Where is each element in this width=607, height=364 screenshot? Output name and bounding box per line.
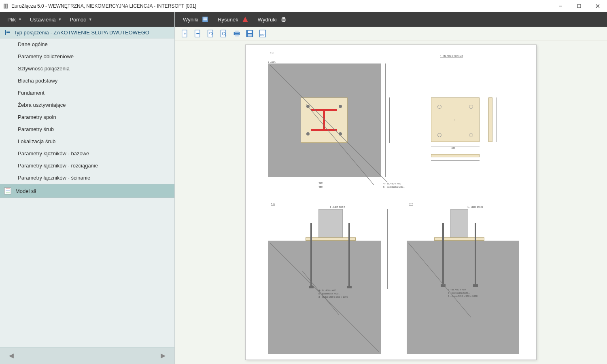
connection-type-icon bbox=[4, 29, 11, 36]
callout-text: 4 - BL 480 x 460 bbox=[448, 288, 466, 291]
sidebar-section-model-sil[interactable]: Model sił bbox=[0, 184, 174, 198]
callout-text: 5 - podkładka M30... bbox=[318, 292, 340, 295]
menu-rysunek[interactable]: Rysunek bbox=[215, 14, 251, 25]
anchor-nut bbox=[347, 286, 352, 288]
anchor-hole bbox=[339, 105, 342, 108]
sidebar-item-laczniki-rozciaganie[interactable]: Parametry łączników - rozciąganie bbox=[0, 160, 174, 172]
column-elevation-xx bbox=[318, 209, 343, 239]
column-elevation-yy bbox=[450, 209, 468, 239]
tb-page-refresh[interactable] bbox=[206, 29, 215, 38]
wydruki-icon bbox=[280, 16, 287, 23]
menu-ustawienia[interactable]: Ustawienia▼ bbox=[27, 15, 65, 24]
menu-plik[interactable]: Plik▼ bbox=[4, 15, 25, 24]
menu-wydruki[interactable]: Wydruki bbox=[255, 14, 290, 25]
dim-line bbox=[268, 181, 381, 181]
callout-text: 5 - podkładka M30... bbox=[383, 186, 405, 188]
svg-rect-32 bbox=[248, 30, 252, 33]
view-label-plate: 4 - BL 480 x 460 x 28 bbox=[440, 55, 463, 57]
svg-rect-7 bbox=[5, 30, 6, 35]
menu-wydruki-label: Wydruki bbox=[258, 17, 277, 23]
svg-rect-15 bbox=[204, 19, 207, 20]
dim-line bbox=[431, 160, 480, 161]
callout-text: 4 - BL 480 x 460 bbox=[318, 289, 336, 292]
anchor-nut bbox=[473, 284, 478, 287]
menu-plik-label: Plik bbox=[7, 17, 16, 23]
svg-rect-30 bbox=[235, 34, 239, 36]
drawing-canvas[interactable]: Z-Z 2 -M30 bbox=[175, 40, 607, 364]
svg-rect-1 bbox=[4, 4, 5, 8]
anchor-ring bbox=[469, 105, 473, 109]
view-label-xx: X-X bbox=[271, 203, 275, 205]
sidebar-item-parametry-spoin[interactable]: Parametry spoin bbox=[0, 111, 174, 123]
dim-text: 480 bbox=[318, 186, 323, 188]
menu-rysunek-label: Rysunek bbox=[218, 17, 238, 23]
foundation-elevation-yy bbox=[407, 241, 519, 354]
svg-marker-16 bbox=[242, 17, 248, 22]
anchor-ring bbox=[469, 133, 473, 137]
window-controls bbox=[551, 0, 607, 12]
caret-icon: ▼ bbox=[18, 17, 22, 21]
menu-pomoc[interactable]: Pomoc▼ bbox=[66, 15, 95, 24]
column-flange-bot bbox=[311, 129, 337, 131]
dim-line bbox=[387, 209, 388, 241]
drawing-toolbar: + DXF bbox=[175, 27, 607, 40]
sidebar-section-label: Model sił bbox=[15, 188, 36, 194]
dim-line bbox=[301, 185, 348, 185]
minimize-button[interactable] bbox=[551, 0, 570, 12]
dim-text: 460 bbox=[318, 182, 323, 184]
svg-rect-18 bbox=[282, 17, 285, 19]
anchor-rod bbox=[348, 223, 350, 288]
svg-rect-14 bbox=[204, 18, 207, 19]
menu-ustawienia-label: Ustawienia bbox=[30, 17, 56, 23]
sidebar-item-laczniki-bazowe[interactable]: Parametry łączników - bazowe bbox=[0, 148, 174, 160]
tb-new-page[interactable]: + bbox=[180, 29, 189, 38]
tb-page-zoom[interactable] bbox=[219, 29, 228, 38]
svg-rect-33 bbox=[248, 34, 252, 36]
svg-rect-2 bbox=[6, 4, 7, 8]
sidebar-item-zebra[interactable]: Żebra usztywniające bbox=[0, 99, 174, 111]
anchor-rod bbox=[475, 223, 476, 286]
sidebar-item-dane-ogolne[interactable]: Dane ogólne bbox=[0, 38, 174, 51]
sidebar-item-blacha-podstawy[interactable]: Blacha podstawy bbox=[0, 75, 174, 87]
caret-icon: ▼ bbox=[58, 17, 62, 21]
svg-text:+: + bbox=[183, 31, 186, 36]
sidebar-item-parametry-srub[interactable]: Parametry śrub bbox=[0, 123, 174, 135]
plate-side-strip bbox=[488, 97, 492, 142]
dim-line bbox=[389, 97, 390, 143]
app-icon bbox=[2, 3, 9, 9]
right-panel: Wyniki Rysunek Wydruki + DXF bbox=[175, 12, 607, 364]
callout-text: 3 - śruba M30 x 350 x 1000 bbox=[448, 295, 478, 297]
tb-dxf[interactable]: DXF bbox=[258, 29, 267, 38]
menu-wyniki[interactable]: Wyniki bbox=[180, 14, 211, 25]
drawing-sheet: Z-Z 2 -M30 bbox=[245, 44, 537, 360]
svg-rect-8 bbox=[6, 32, 10, 33]
callout-col: 1 - HEB 300 B bbox=[467, 206, 483, 208]
anchor-rod bbox=[442, 223, 444, 286]
left-panel: Plik▼ Ustawienia▼ Pomoc▼ Typ połączenia … bbox=[0, 12, 175, 364]
close-button[interactable] bbox=[588, 0, 607, 12]
sidebar-item-fundament[interactable]: Fundament bbox=[0, 87, 174, 99]
sidebar-item-laczniki-scinanie[interactable]: Parametry łączników - ścinanie bbox=[0, 172, 174, 184]
nav-footer: ◄ ► bbox=[0, 347, 174, 364]
tb-save[interactable] bbox=[245, 29, 254, 38]
right-menubar: Wyniki Rysunek Wydruki bbox=[175, 12, 607, 27]
rysunek-icon bbox=[242, 16, 249, 23]
callout-text: 4 - BL 480 x 460 bbox=[383, 182, 401, 185]
svg-text:DXF: DXF bbox=[260, 33, 265, 36]
maximize-button[interactable] bbox=[570, 0, 588, 12]
nav-prev-button[interactable]: ◄ bbox=[7, 351, 15, 360]
sidebar-item-sztywnosc[interactable]: Sztywność połączenia bbox=[0, 63, 174, 75]
sidebar-item-lokalizacja-srub[interactable]: Lokalizacja śrub bbox=[0, 135, 174, 148]
anchor-ring bbox=[437, 133, 441, 137]
dim-line bbox=[387, 241, 388, 289]
caret-icon: ▼ bbox=[89, 17, 92, 21]
dim-line bbox=[268, 189, 381, 189]
nav-next-button[interactable]: ► bbox=[159, 351, 167, 360]
tb-print[interactable] bbox=[232, 29, 241, 38]
dim-text: 480 bbox=[451, 147, 455, 149]
sidebar-header[interactable]: Typ połączenia - ZAKOTWIENIE SŁUPA DWUTE… bbox=[0, 27, 174, 38]
view-label-yy: Y-Y bbox=[409, 203, 413, 205]
titlebar: EuroZłącza 5.0 - WEWNĘTRZNA, NIEKOMERCYJ… bbox=[0, 0, 607, 12]
sidebar-item-parametry-obliczeniowe[interactable]: Parametry obliczeniowe bbox=[0, 51, 174, 63]
tb-page-minus[interactable] bbox=[193, 29, 202, 38]
